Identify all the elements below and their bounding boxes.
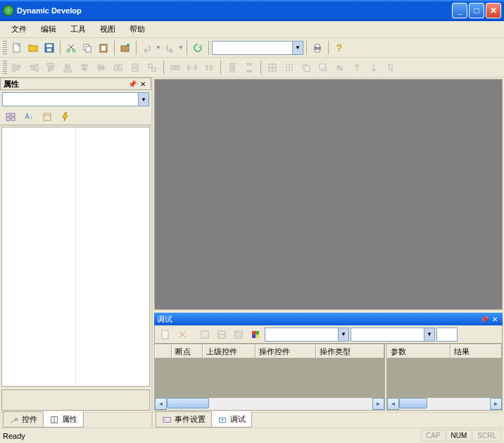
grid-header-blank[interactable] [155,344,172,358]
svg-point-54 [286,67,287,68]
arrow-updown-icon[interactable] [383,60,398,75]
redo-button[interactable] [162,40,177,56]
send-back-icon[interactable] [315,60,331,75]
status-scrl: SCRL [472,430,501,442]
menu-help[interactable]: 帮助 [122,22,152,37]
bring-front-icon[interactable] [298,60,314,75]
categorized-icon[interactable] [3,109,18,125]
same-size-icon[interactable] [144,60,160,75]
align-right-icon[interactable] [26,60,42,75]
run-button[interactable] [118,40,133,56]
grid-header-breakpoint[interactable]: 断点 [172,344,203,358]
properties-header: 属性 📌 ✕ [0,77,151,90]
align-left-icon[interactable] [9,60,25,75]
debug-delete-icon[interactable] [175,327,190,342]
scroll-right-icon[interactable]: ► [490,398,502,410]
svg-rect-17 [16,68,19,70]
svg-rect-0 [13,44,20,52]
zoom-combo[interactable]: ▼ [212,41,303,55]
align-top-icon[interactable] [43,60,58,75]
toolbar-gripper[interactable] [3,41,7,55]
toolbar-gripper-2[interactable] [3,61,7,75]
hspace-dec-icon[interactable] [201,60,217,75]
tab-events[interactable]: 事件设置 [156,411,212,428]
grid2-scrollbar[interactable]: ◄ ► [387,398,502,410]
property-grid[interactable] [1,127,150,387]
hspace-inc-icon[interactable] [184,60,200,75]
minimize-button[interactable]: _ [452,3,467,18]
close-button[interactable]: ✕ [486,3,501,18]
save-button[interactable] [42,40,57,56]
grid-header-parent[interactable]: 上级控件 [203,344,256,358]
panel-close-icon[interactable]: ✕ [138,79,148,89]
tools-icon [9,415,19,425]
copy-button[interactable] [80,40,95,56]
debug-combo2[interactable]: ▼ [351,327,435,342]
debug-grid-main[interactable]: 断点 上级控件 操作控件 操作类型 ◄ ► [154,344,385,411]
paste-button[interactable] [96,40,111,56]
debug-step-icon[interactable] [197,327,213,342]
svg-rect-25 [65,64,67,68]
scroll-left-icon[interactable]: ◄ [387,398,399,410]
debug-combo1[interactable]: ▼ [265,327,349,342]
menu-view[interactable]: 视图 [93,22,122,37]
hspace-equal-icon[interactable] [168,60,183,75]
debug-step3-icon[interactable] [231,327,246,342]
align-center-h-icon[interactable] [77,60,92,75]
tab-controls[interactable]: 控件 [3,411,44,428]
design-canvas[interactable] [154,79,503,310]
debug-close-icon[interactable]: ✕ [490,314,500,324]
align-center-v-icon[interactable] [94,60,109,75]
refresh-button[interactable] [190,40,206,56]
vspace-equal-icon[interactable] [225,60,240,75]
alphabetical-icon[interactable]: A↓ [21,109,37,125]
grid-header-optype[interactable]: 操作类型 [316,344,384,358]
print-button[interactable] [310,40,325,56]
grid-header-result[interactable]: 结果 [451,344,502,358]
debug-new-icon[interactable] [158,327,173,342]
arrow-up-icon[interactable] [349,60,365,75]
svg-rect-45 [210,65,212,70]
help-button[interactable]: ? [332,40,347,56]
grid-header-control[interactable]: 操作控件 [256,344,316,358]
scroll-right-icon[interactable]: ► [372,398,384,410]
grid-header-param[interactable]: 参数 [387,344,451,358]
grid-scrollbar[interactable]: ◄ ► [155,398,384,410]
grid-toggle-icon[interactable] [265,60,280,75]
open-button[interactable] [25,40,41,56]
svg-rect-13 [315,44,320,47]
tab-order-icon[interactable]: ↹ [332,60,348,75]
debug-panel: 调试 📌 ✕ ▼ ▼ 断点 [154,313,503,411]
debug-color-icon[interactable] [248,327,263,342]
menu-edit[interactable]: 编辑 [34,22,63,37]
tab-debug[interactable]: 调试 [211,411,252,428]
snap-icon[interactable] [282,60,297,75]
menu-tools[interactable]: 工具 [63,22,93,37]
tab-properties[interactable]: 属性 [43,411,84,428]
align-bottom-icon[interactable] [60,60,75,75]
same-width-icon[interactable] [111,60,126,75]
new-button[interactable] [9,40,25,56]
scroll-left-icon[interactable]: ◄ [155,398,167,410]
debug-combo3[interactable] [436,327,458,342]
events-icon[interactable] [58,109,73,125]
scroll-thumb[interactable] [167,398,209,408]
scroll-thumb[interactable] [399,398,427,408]
undo-button[interactable] [139,40,155,56]
menu-file[interactable]: 文件 [4,22,34,37]
vspace-inc-icon[interactable] [241,60,257,75]
debug-toolbar: ▼ ▼ [154,325,503,344]
svg-rect-68 [11,118,15,120]
debug-pin-icon[interactable]: 📌 [479,314,489,324]
debug-step2-icon[interactable] [214,327,229,342]
maximize-button[interactable]: □ [469,3,484,18]
arrow-down-icon[interactable] [366,60,382,75]
pin-icon[interactable]: 📌 [127,79,137,89]
property-pages-icon[interactable] [39,109,55,125]
debug-grid-result[interactable]: 参数 结果 ◄ ► [386,344,503,411]
same-height-icon[interactable] [127,60,143,75]
object-selector-combo[interactable]: ▼ [2,92,149,106]
property-description [1,389,150,411]
svg-rect-19 [30,65,34,67]
cut-button[interactable] [63,40,79,56]
